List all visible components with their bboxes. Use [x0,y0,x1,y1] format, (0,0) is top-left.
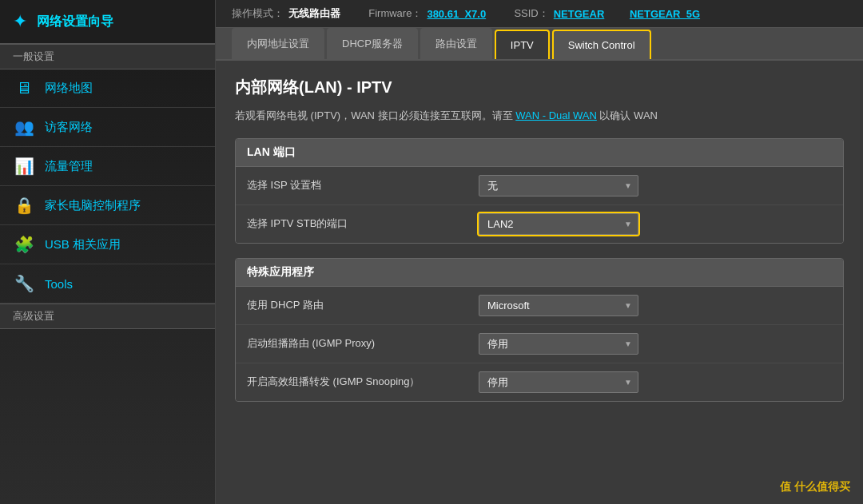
topbar-firmware-value[interactable]: 380.61_X7.0 [427,8,486,20]
sidebar-item-label: 家长电脑控制程序 [45,198,141,213]
special-section: 特殊应用程序 使用 DHCP 路由 Microsoft 停用 自定义 [235,258,844,402]
isp-profile-row: 选择 ISP 设置档 无 自定义 [236,167,843,205]
iptv-port-select-wrapper: 无 LAN1 LAN2 LAN3 LAN4 [479,213,638,235]
guest-network-icon: 👥 [13,117,35,137]
isp-profile-label: 选择 ISP 设置档 [247,178,471,192]
tab-routing[interactable]: 路由设置 [420,28,492,59]
lan-section-header: LAN 端口 [236,139,843,167]
igmp-snooping-select-wrapper: 启用 停用 [479,371,638,393]
usb-icon: 🧩 [13,235,35,254]
tab-switch-control[interactable]: Switch Control [552,30,651,59]
igmp-proxy-select-wrapper: 启用 停用 [479,333,638,355]
dhcp-routing-row: 使用 DHCP 路由 Microsoft 停用 自定义 [236,287,843,325]
parental-icon: 🔒 [13,196,35,215]
main-content: 操作模式： 无线路由器 Firmware： 380.61_X7.0 SSID： … [216,0,863,504]
igmp-snooping-select[interactable]: 启用 停用 [479,371,638,393]
wizard-icon: ✦ [13,11,27,32]
special-section-body: 使用 DHCP 路由 Microsoft 停用 自定义 启动组播路由 (IGMP… [236,287,843,401]
sidebar-item-label: Tools [45,277,73,291]
sidebar-item-usb-apps[interactable]: 🧩 USB 相关应用 [0,225,215,264]
igmp-snooping-row: 开启高效组播转发 (IGMP Snooping） 启用 停用 [236,363,843,401]
topbar-ssid-value1[interactable]: NETGEAR [554,8,605,20]
isp-profile-control: 无 自定义 [479,175,832,196]
sidebar-item-label: 网络地图 [45,81,93,96]
dhcp-routing-select-wrapper: Microsoft 停用 自定义 [479,295,638,316]
topbar-sep2 [497,8,503,20]
igmp-snooping-control: 启用 停用 [479,371,832,393]
sidebar-item-network-map[interactable]: 🖥 网络地图 [0,69,215,108]
sidebar-section-general: 一般设置 [0,44,215,69]
topbar-sep1 [352,8,357,20]
tabs-bar: 内网地址设置 DHCP服务器 路由设置 IPTV Switch Control [216,28,863,61]
tools-icon: 🔧 [13,274,35,293]
igmp-snooping-label: 开启高效组播转发 (IGMP Snooping） [247,375,471,389]
iptv-port-control: 无 LAN1 LAN2 LAN3 LAN4 [479,213,832,235]
topbar-ssid-value2[interactable]: NETGEAR_5G [630,8,700,20]
topbar: 操作模式： 无线路由器 Firmware： 380.61_X7.0 SSID： … [216,0,863,28]
dhcp-routing-label: 使用 DHCP 路由 [247,298,471,312]
sidebar-item-guest-network[interactable]: 👥 访客网络 [0,108,215,147]
sidebar-item-label: USB 相关应用 [45,237,121,252]
topbar-mode-label: 操作模式： [232,6,284,21]
sidebar: ✦ 网络设置向导 一般设置 🖥 网络地图 👥 访客网络 📊 流量管理 🔒 家长电… [0,0,216,504]
topbar-sep3 [615,8,618,20]
page-title: 内部网络(LAN) - IPTV [235,77,844,98]
traffic-icon: 📊 [13,157,35,176]
tab-iptv[interactable]: IPTV [495,30,550,59]
sidebar-item-tools[interactable]: 🔧 Tools [0,264,215,304]
sidebar-item-label: 流量管理 [45,159,93,174]
iptv-port-label: 选择 IPTV STB的端口 [247,216,471,231]
wizard-button[interactable]: ✦ 网络设置向导 [0,0,215,44]
network-map-icon: 🖥 [13,79,35,97]
dhcp-routing-select[interactable]: Microsoft 停用 自定义 [479,295,638,316]
content-area: 内部网络(LAN) - IPTV 若观看网络电视 (IPTV)，WAN 接口必须… [216,61,863,504]
lan-section-body: 选择 ISP 设置档 无 自定义 选择 IPTV STB的端口 [236,167,843,243]
igmp-proxy-row: 启动组播路由 (IGMP Proxy) 启用 停用 [236,325,843,363]
dhcp-routing-control: Microsoft 停用 自定义 [479,295,832,316]
topbar-firmware-label: Firmware： [368,6,422,21]
wan-dual-wan-link[interactable]: WAN - Dual WAN [515,109,597,121]
page-description: 若观看网络电视 (IPTV)，WAN 接口必须连接至互联网。请至 WAN - D… [235,108,844,124]
topbar-ssid-label: SSID： [514,6,548,21]
wizard-label: 网络设置向导 [37,14,113,30]
igmp-proxy-select[interactable]: 启用 停用 [479,333,638,355]
sidebar-item-label: 访客网络 [45,120,93,135]
sidebar-item-parental-control[interactable]: 🔒 家长电脑控制程序 [0,186,215,225]
special-section-header: 特殊应用程序 [236,259,843,287]
iptv-port-row: 选择 IPTV STB的端口 无 LAN1 LAN2 LAN3 LAN4 [236,205,843,243]
tab-dhcp[interactable]: DHCP服务器 [327,28,418,59]
igmp-proxy-label: 启动组播路由 (IGMP Proxy) [247,336,471,351]
sidebar-section-advanced: 高级设置 [0,304,215,329]
sidebar-item-traffic-mgmt[interactable]: 📊 流量管理 [0,147,215,186]
tab-lan-ip[interactable]: 内网地址设置 [232,28,324,59]
iptv-port-select[interactable]: 无 LAN1 LAN2 LAN3 LAN4 [479,213,638,235]
lan-section: LAN 端口 选择 ISP 设置档 无 自定义 选择 IPTV ST [235,138,844,244]
topbar-mode-value: 无线路由器 [288,6,340,21]
isp-profile-select[interactable]: 无 自定义 [479,175,638,196]
igmp-proxy-control: 启用 停用 [479,333,832,355]
isp-profile-select-wrapper: 无 自定义 [479,175,638,196]
